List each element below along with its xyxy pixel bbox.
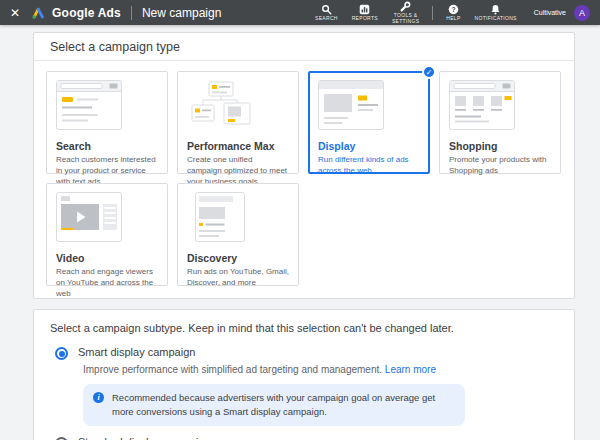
help-nav-button[interactable]: ? HELP	[446, 4, 460, 22]
campaign-card-shopping[interactable]: Shopping Promote your products with Shop…	[439, 71, 561, 174]
tools-settings-nav-button[interactable]: TOOLS & SETTINGS	[392, 1, 419, 24]
campaign-type-grid: Search Reach customers interested in you…	[34, 61, 574, 298]
bell-icon	[490, 4, 501, 15]
reports-nav-label: REPORTS	[352, 16, 378, 22]
google-ads-logo-icon	[30, 6, 46, 20]
reports-icon	[359, 4, 370, 15]
info-icon: i	[93, 392, 104, 403]
card-description: Run different kinds of ads across the we…	[318, 155, 420, 177]
account-name: Cultivative	[534, 9, 566, 16]
subtype-option-smart-display[interactable]: Smart display campaign	[50, 346, 558, 360]
search-nav-label: SEARCH	[315, 16, 338, 22]
recommendation-text: Recommended because advertisers with you…	[112, 391, 455, 419]
subtype-option-label: Standard display campaign	[78, 436, 211, 440]
learn-more-link[interactable]: Learn more	[385, 364, 436, 375]
radio-selected-icon[interactable]	[55, 347, 68, 360]
card-description: Promote your products with Shopping ads	[449, 155, 551, 177]
campaign-type-heading: Select a campaign type	[34, 33, 574, 61]
campaign-card-display[interactable]: ✓ Display Run different kinds of ads acr…	[308, 71, 430, 174]
search-campaign-icon	[56, 80, 158, 134]
selected-check-icon: ✓	[422, 65, 436, 79]
subtype-option-standard-display[interactable]: Standard display campaign	[50, 436, 558, 440]
subtype-option-description: Improve performance with simplified ad t…	[83, 364, 558, 375]
video-campaign-icon	[56, 192, 158, 246]
card-title: Video	[56, 252, 158, 264]
display-campaign-icon	[318, 80, 420, 134]
close-icon[interactable]: ✕	[10, 7, 20, 19]
campaign-type-panel: Select a campaign type Search Reach cust…	[33, 32, 575, 299]
card-description: Reach and engage viewers on YouTube and …	[56, 267, 158, 299]
card-description: Run ads on YouTube, Gmail, Discover, and…	[187, 267, 289, 289]
card-title: Discovery	[187, 252, 289, 264]
wrench-icon	[400, 1, 411, 12]
campaign-card-search[interactable]: Search Reach customers interested in you…	[46, 71, 168, 174]
search-icon	[321, 4, 332, 15]
brand-name: Google Ads	[52, 6, 121, 20]
card-title: Performance Max	[187, 140, 289, 152]
topbar-divider	[131, 6, 132, 20]
top-app-bar: ✕ Google Ads New campaign SEARCH REPORTS…	[0, 0, 600, 25]
shopping-campaign-icon	[449, 80, 551, 134]
notifications-nav-button[interactable]: NOTIFICATIONS	[475, 4, 517, 22]
recommendation-banner: i Recommended because advertisers with y…	[83, 384, 465, 426]
help-icon: ?	[448, 4, 459, 15]
reports-nav-button[interactable]: REPORTS	[352, 4, 378, 22]
radio-unselected-icon[interactable]	[55, 437, 68, 440]
subtype-option-description-text: Improve performance with simplified ad t…	[83, 364, 382, 375]
subtype-intro-text: Select a campaign subtype. Keep in mind …	[50, 322, 558, 334]
campaign-card-video[interactable]: Video Reach and engage viewers on YouTub…	[46, 183, 168, 286]
avatar[interactable]: A	[574, 5, 590, 21]
card-title: Display	[318, 140, 420, 152]
campaign-subtype-panel: Select a campaign subtype. Keep in mind …	[33, 309, 575, 440]
campaign-card-performance-max[interactable]: Performance Max Create one unified campa…	[177, 71, 299, 174]
search-nav-button[interactable]: SEARCH	[315, 4, 338, 22]
tools-settings-nav-label: TOOLS & SETTINGS	[392, 13, 419, 24]
performance-max-campaign-icon	[187, 80, 289, 134]
campaign-card-discovery[interactable]: Discovery Run ads on YouTube, Gmail, Dis…	[177, 183, 299, 286]
notifications-nav-label: NOTIFICATIONS	[475, 16, 517, 22]
subtype-option-label: Smart display campaign	[78, 346, 195, 358]
page-title: New campaign	[142, 6, 221, 20]
help-nav-label: HELP	[446, 16, 460, 22]
discovery-campaign-icon	[187, 192, 289, 246]
svg-text:?: ?	[451, 6, 455, 13]
topbar-divider	[432, 6, 433, 20]
card-title: Search	[56, 140, 158, 152]
card-title: Shopping	[449, 140, 551, 152]
